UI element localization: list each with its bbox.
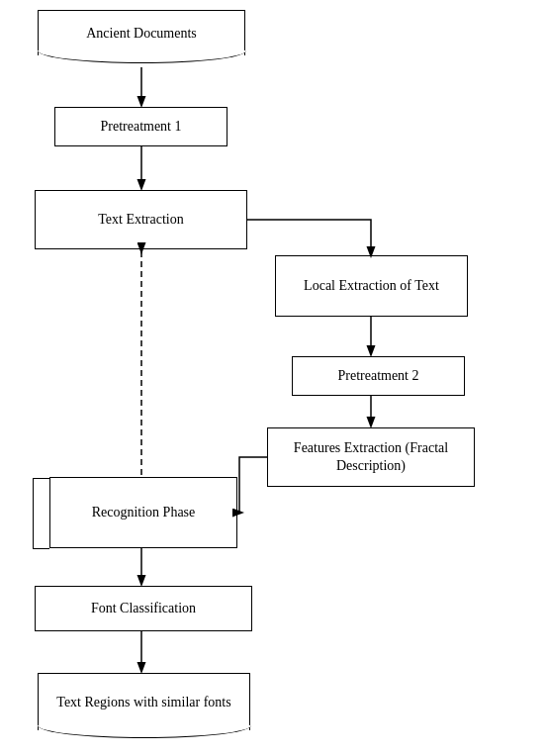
pretreatment1-label: Pretreatment 1: [100, 118, 181, 136]
features-extraction-node: Features Extraction (Fractal Description…: [267, 427, 475, 487]
font-classification-label: Font Classification: [91, 600, 196, 617]
font-classification-node: Font Classification: [35, 586, 252, 631]
text-extraction-node: Text Extraction: [35, 190, 247, 249]
text-regions-node: Text Regions with similar fonts: [38, 673, 250, 730]
pretreatment2-label: Pretreatment 2: [337, 367, 418, 385]
features-extraction-label: Features Extraction (Fractal Description…: [276, 439, 466, 475]
text-regions-label: Text Regions with similar fonts: [56, 693, 230, 712]
ancient-docs-label: Ancient Documents: [86, 26, 197, 42]
recognition-phase-label: Recognition Phase: [92, 505, 196, 520]
pretreatment2-node: Pretreatment 2: [292, 356, 465, 396]
local-extraction-label: Local Extraction of Text: [304, 277, 439, 295]
local-extraction-node: Local Extraction of Text: [275, 255, 468, 317]
flowchart-diagram: Ancient Documents Pretreatment 1 Text Ex…: [0, 0, 546, 756]
text-extraction-label: Text Extraction: [98, 211, 184, 229]
pretreatment1-node: Pretreatment 1: [54, 107, 228, 146]
ancient-docs-node: Ancient Documents: [38, 10, 245, 55]
recognition-phase-node: Recognition Phase: [49, 477, 237, 548]
